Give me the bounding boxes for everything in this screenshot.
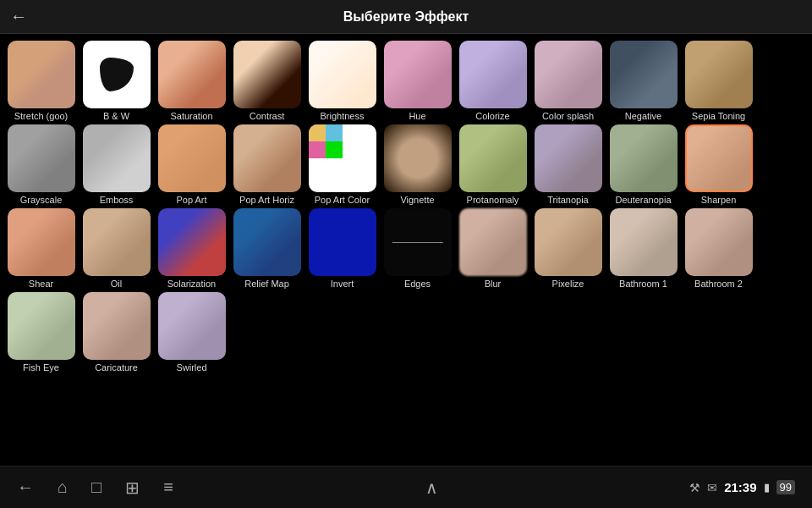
effect-item-shear[interactable]: Shear: [5, 208, 77, 289]
effect-item-vignette[interactable]: Vignette: [381, 124, 453, 205]
effect-label-deuteranopia: Deuteranopia: [615, 195, 671, 205]
effect-label-poparthoriz: Pop Art Horiz: [239, 195, 294, 205]
effect-thumb-pixelize: [535, 208, 602, 276]
effect-item-bathroom1[interactable]: Bathroom 1: [607, 208, 679, 289]
bottom-bar: ← ⌂ □ ⊞ ≡ ∧ ⚒ ✉ 21:39 ▮ 99: [0, 466, 812, 508]
effect-item-popart[interactable]: Pop Art: [156, 124, 228, 205]
effect-item-bw[interactable]: B & W: [80, 41, 152, 121]
effect-label-negative: Negative: [625, 111, 661, 121]
effect-thumb-negative: [610, 41, 678, 108]
effect-item-solarization[interactable]: Solarization: [156, 208, 228, 289]
effect-label-solarization: Solarization: [167, 279, 216, 289]
effect-thumb-edges: [384, 208, 452, 276]
effect-item-stretch[interactable]: Stretch (goo): [5, 41, 77, 121]
battery-percentage: 99: [776, 480, 795, 494]
effect-thumb-bathroom1: [610, 208, 678, 276]
effect-item-pixelize[interactable]: Pixelize: [532, 208, 604, 289]
nav-back-button[interactable]: ←: [17, 478, 34, 497]
effect-thumb-reliefmap: [233, 208, 301, 276]
effect-thumb-deuteranopia: [610, 124, 678, 192]
effect-item-poparthoriz[interactable]: Pop Art Horiz: [231, 124, 303, 205]
effect-thumb-sepia: [685, 41, 753, 108]
effect-item-fisheye[interactable]: Fish Eye: [5, 292, 77, 373]
effect-item-reliefmap[interactable]: Relief Map: [231, 208, 303, 289]
effect-thumb-swirled: [158, 292, 226, 360]
effect-thumb-colorize: [459, 41, 527, 108]
effect-label-bathroom1: Bathroom 1: [619, 279, 667, 289]
effect-label-bathroom2: Bathroom 2: [694, 279, 743, 289]
effect-item-colorize[interactable]: Colorize: [457, 41, 529, 121]
nav-up-button[interactable]: ∧: [425, 478, 438, 498]
effect-item-caricature[interactable]: Caricature: [80, 292, 152, 373]
effect-item-brightness[interactable]: Brightness: [306, 41, 378, 121]
effect-item-swirled[interactable]: Swirled: [156, 292, 228, 373]
effect-label-swirled: Swirled: [176, 362, 206, 373]
effect-thumb-shear: [8, 208, 75, 276]
effect-label-grayscale: Grayscale: [20, 195, 63, 205]
effect-label-sepia: Sepia Toning: [692, 111, 745, 121]
effect-thumb-contrast: [233, 41, 301, 108]
effect-thumb-tritanopia: [535, 124, 602, 192]
left-nav-group: ← ⌂ □ ⊞ ≡: [17, 478, 173, 498]
effect-label-saturation: Saturation: [170, 111, 212, 121]
effect-item-invert[interactable]: Invert: [306, 208, 378, 289]
effect-label-invert: Invert: [331, 279, 354, 289]
nav-home-button[interactable]: ⌂: [58, 478, 68, 497]
effect-item-protanomaly[interactable]: Protanomaly: [457, 124, 529, 205]
effect-thumb-blur: [459, 208, 527, 276]
nav-menu-button[interactable]: ≡: [163, 478, 173, 497]
effect-item-negative[interactable]: Negative: [607, 41, 679, 121]
effect-label-popart: Pop Art: [176, 195, 206, 205]
effect-item-colorsplash[interactable]: Color splash: [532, 41, 604, 121]
android-icon: ⚒: [689, 481, 700, 494]
effect-item-oil[interactable]: Oil: [80, 208, 152, 289]
effect-label-stretch: Stretch (goo): [14, 111, 69, 121]
effect-thumb-oil: [83, 208, 151, 276]
effect-thumb-caricature: [83, 292, 151, 360]
effects-scroll-area[interactable]: Stretch (goo)B & WSaturationContrastBrig…: [0, 34, 812, 466]
effect-thumb-emboss: [83, 124, 151, 192]
effect-item-hue[interactable]: Hue: [381, 41, 453, 121]
effect-thumb-colorsplash: [535, 41, 602, 108]
effect-thumb-bw: [83, 41, 151, 108]
effect-item-grayscale[interactable]: Grayscale: [5, 124, 77, 205]
effect-label-colorsplash: Color splash: [542, 111, 594, 121]
effect-item-popartcolor[interactable]: Pop Art Color: [306, 124, 378, 205]
effect-thumb-vignette: [384, 124, 452, 192]
effect-item-bathroom2[interactable]: Bathroom 2: [683, 208, 754, 289]
effect-thumb-brightness: [309, 41, 376, 108]
effect-label-emboss: Emboss: [100, 195, 134, 205]
effect-label-shear: Shear: [29, 279, 53, 289]
center-nav-group: ∧: [425, 478, 438, 498]
effect-item-blur[interactable]: Blur: [457, 208, 529, 289]
nav-screenshot-button[interactable]: ⊞: [125, 478, 140, 498]
effect-item-sharpen[interactable]: Sharpen: [683, 124, 754, 205]
effect-label-vignette: Vignette: [400, 195, 434, 205]
email-icon: ✉: [707, 481, 717, 494]
effect-label-reliefmap: Relief Map: [244, 279, 289, 289]
effect-item-deuteranopia[interactable]: Deuteranopia: [607, 124, 679, 205]
effect-thumb-protanomaly: [459, 124, 527, 192]
effect-thumb-popart: [158, 124, 226, 192]
effect-thumb-poparthoriz: [233, 124, 301, 192]
effect-item-saturation[interactable]: Saturation: [156, 41, 228, 121]
effect-thumb-grayscale: [8, 124, 75, 192]
effect-label-hue: Hue: [409, 111, 425, 121]
back-button[interactable]: ←: [10, 7, 27, 26]
page-title: Выберите Эффект: [343, 9, 469, 25]
effect-thumb-invert: [309, 208, 376, 276]
effect-item-contrast[interactable]: Contrast: [231, 41, 303, 121]
effect-label-fisheye: Fish Eye: [23, 362, 59, 373]
effect-item-edges[interactable]: Edges: [381, 208, 453, 289]
effect-thumb-sharpen: [685, 124, 753, 192]
effect-label-tritanopia: Tritanopia: [547, 195, 589, 205]
effect-thumb-bathroom2: [685, 208, 753, 276]
battery-icon: ▮: [764, 481, 770, 494]
effect-item-sepia[interactable]: Sepia Toning: [683, 41, 754, 121]
effect-item-tritanopia[interactable]: Tritanopia: [532, 124, 604, 205]
effects-grid: Stretch (goo)B & WSaturationContrastBrig…: [5, 41, 807, 373]
effect-label-bw: B & W: [103, 111, 129, 121]
nav-recent-button[interactable]: □: [91, 478, 102, 497]
effect-label-popartcolor: Pop Art Color: [315, 195, 370, 205]
effect-item-emboss[interactable]: Emboss: [80, 124, 152, 205]
